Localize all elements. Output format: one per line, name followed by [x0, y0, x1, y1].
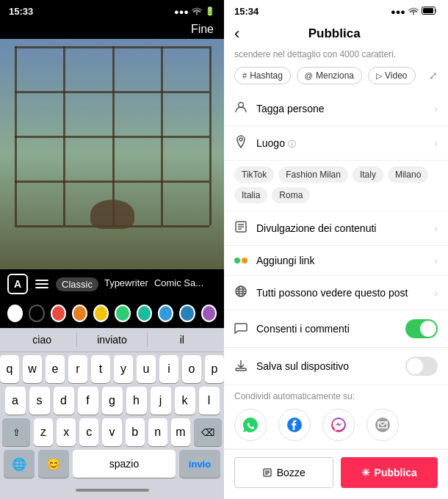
- expand-icon[interactable]: ⤢: [429, 70, 438, 81]
- key-l[interactable]: l: [199, 387, 220, 415]
- key-z[interactable]: z: [34, 418, 53, 446]
- tag-tiktok[interactable]: TikTok: [234, 167, 274, 183]
- messages-share-button[interactable]: [366, 409, 399, 441]
- key-h[interactable]: h: [126, 387, 147, 415]
- key-send[interactable]: invio: [179, 450, 220, 478]
- left-time: 15:33: [9, 6, 33, 17]
- key-b[interactable]: b: [126, 418, 145, 446]
- key-r[interactable]: r: [68, 355, 87, 383]
- key-y[interactable]: y: [114, 355, 133, 383]
- font-typewriter[interactable]: Typewriter: [104, 277, 148, 291]
- link-icon: [234, 258, 250, 263]
- share-label: Condividi automaticamente su:: [224, 385, 448, 406]
- left-status-bar: 15:33 ●●● 🔋: [0, 0, 224, 20]
- color-dark-blue[interactable]: [179, 305, 195, 322]
- page-title: Pubblica: [245, 26, 423, 41]
- tag-people-item[interactable]: Tagga persone ›: [224, 92, 448, 126]
- key-s[interactable]: s: [29, 387, 50, 415]
- key-u[interactable]: u: [137, 355, 156, 383]
- key-row-4: 🌐 😊 spazio invio: [2, 450, 222, 478]
- svg-point-1: [413, 13, 414, 14]
- key-shift[interactable]: ⇧: [2, 418, 30, 446]
- window-frame: [15, 46, 209, 225]
- save-device-toggle[interactable]: [405, 357, 438, 376]
- color-red[interactable]: [51, 305, 66, 322]
- key-space[interactable]: spazio: [73, 450, 176, 478]
- video-icon: ▷: [376, 71, 382, 81]
- pubblica-label: ✳: [361, 467, 370, 478]
- key-c[interactable]: c: [79, 418, 98, 446]
- location-item[interactable]: Luogo ⓘ ›: [224, 126, 448, 161]
- disclosure-item[interactable]: Divulgazione dei contenuti ›: [224, 211, 448, 246]
- key-d[interactable]: d: [54, 387, 74, 415]
- tag-people-arrow: ›: [434, 103, 438, 114]
- key-p[interactable]: p: [205, 355, 224, 383]
- key-q[interactable]: q: [0, 355, 19, 383]
- messenger-share-button[interactable]: [322, 409, 355, 441]
- suggestion-2[interactable]: inviato: [77, 332, 147, 347]
- right-status-icons: ●●●: [391, 7, 438, 16]
- color-black[interactable]: [29, 305, 44, 322]
- color-orange[interactable]: [72, 305, 87, 322]
- comments-label: Consenti i commenti: [256, 323, 405, 335]
- key-k[interactable]: k: [175, 387, 195, 415]
- comments-toggle[interactable]: [405, 319, 438, 338]
- disclosure-label: Divulgazione dei contenuti: [256, 222, 434, 234]
- text-style-button[interactable]: A: [7, 274, 28, 294]
- key-v[interactable]: v: [102, 418, 121, 446]
- subtitle-text: scendere nel dettaglio con 4000 caratter…: [224, 49, 448, 67]
- key-w[interactable]: w: [23, 355, 42, 383]
- key-e[interactable]: e: [46, 355, 65, 383]
- key-g[interactable]: g: [102, 387, 123, 415]
- keyboard-area: ciao inviato il q w e r t y u i o p a s …: [0, 328, 224, 484]
- facebook-share-button[interactable]: [278, 409, 311, 441]
- pubblica-button[interactable]: ✳ Pubblica: [341, 457, 438, 488]
- tags-row: TikTok Fashion Milan Italy Milano Italia…: [224, 161, 448, 211]
- right-battery-icon: [422, 7, 438, 16]
- color-teal[interactable]: [137, 305, 152, 322]
- tag-italia[interactable]: Italia: [234, 187, 267, 203]
- person-icon: [234, 101, 250, 117]
- text-tools-bar: A Classic Typewriter Comic Sa...: [0, 269, 224, 299]
- key-o[interactable]: o: [182, 355, 201, 383]
- signal-icon: ●●●: [174, 7, 189, 16]
- add-link-item[interactable]: Aggiungi link ›: [224, 246, 448, 276]
- key-backspace[interactable]: ⌫: [194, 418, 222, 446]
- suggestion-3[interactable]: il: [148, 332, 217, 347]
- tag-italy[interactable]: Italy: [353, 167, 383, 183]
- key-f[interactable]: f: [78, 387, 98, 415]
- tag-milano[interactable]: Milano: [388, 167, 428, 183]
- fine-button[interactable]: Fine: [191, 23, 214, 36]
- color-green[interactable]: [115, 305, 130, 322]
- right-time: 15:34: [234, 6, 259, 17]
- key-x[interactable]: x: [57, 418, 76, 446]
- key-n[interactable]: n: [148, 418, 167, 446]
- hashtag-pill[interactable]: # Hashtag: [234, 67, 291, 84]
- font-comic[interactable]: Comic Sa...: [154, 277, 203, 291]
- font-classic[interactable]: Classic: [56, 277, 98, 291]
- key-m[interactable]: m: [171, 418, 190, 446]
- window-bars: [15, 46, 209, 225]
- color-yellow[interactable]: [93, 305, 109, 322]
- key-i[interactable]: i: [159, 355, 178, 383]
- suggestion-1[interactable]: ciao: [7, 332, 77, 347]
- alignment-button[interactable]: [35, 280, 48, 288]
- whatsapp-share-button[interactable]: [234, 409, 267, 441]
- key-t[interactable]: t: [91, 355, 110, 383]
- visibility-item[interactable]: Tutti possono vedere questo post ›: [224, 276, 448, 310]
- mention-pill[interactable]: @ Menziona: [297, 67, 362, 84]
- video-pill[interactable]: ▷ Video: [368, 67, 415, 84]
- key-globe[interactable]: 🌐: [4, 450, 35, 478]
- location-arrow: ›: [434, 137, 438, 149]
- key-emoji[interactable]: 😊: [38, 450, 69, 478]
- tag-fashion-milan[interactable]: Fashion Milan: [278, 167, 348, 183]
- color-blue[interactable]: [158, 305, 173, 322]
- bozze-button[interactable]: Bozze: [234, 457, 333, 488]
- disclosure-icon: [234, 220, 250, 236]
- back-button[interactable]: ‹: [234, 24, 239, 43]
- color-white[interactable]: [7, 305, 23, 322]
- key-j[interactable]: j: [151, 387, 171, 415]
- color-purple[interactable]: [201, 305, 217, 322]
- key-a[interactable]: a: [5, 387, 26, 415]
- tag-roma[interactable]: Roma: [272, 187, 310, 203]
